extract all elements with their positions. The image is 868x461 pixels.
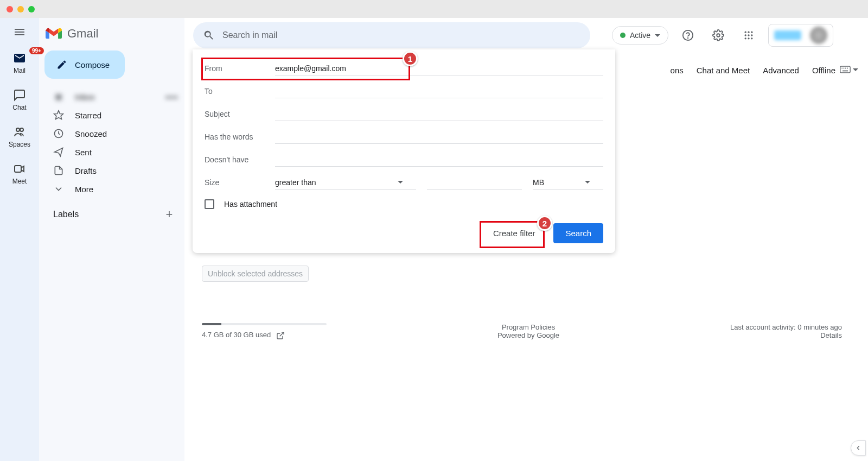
size-unit-select[interactable]: MB bbox=[533, 176, 603, 190]
compose-button[interactable]: Compose bbox=[44, 50, 125, 79]
chevron-down-icon bbox=[53, 184, 64, 194]
footer: 4.7 GB of 30 GB used Program Policies Po… bbox=[193, 314, 859, 340]
keyboard-icon bbox=[840, 66, 851, 73]
chevron-down-icon bbox=[585, 181, 590, 184]
svg-line-23 bbox=[279, 332, 283, 336]
chevron-down-icon bbox=[853, 68, 858, 71]
doesnt-have-input[interactable] bbox=[275, 153, 603, 167]
sidebar-item-sent[interactable]: Sent bbox=[39, 143, 184, 161]
fullscreen-window-dot[interactable] bbox=[28, 6, 35, 12]
storage-text: 4.7 GB of 30 GB used bbox=[202, 331, 271, 339]
svg-point-7 bbox=[717, 34, 720, 37]
to-input[interactable] bbox=[275, 85, 603, 98]
add-label-button[interactable]: + bbox=[164, 209, 175, 220]
main-menu-button[interactable] bbox=[13, 26, 26, 39]
svg-rect-2 bbox=[15, 166, 21, 172]
star-icon bbox=[53, 110, 64, 121]
svg-point-0 bbox=[16, 128, 20, 131]
last-activity: Last account activity: 0 minutes ago bbox=[730, 323, 842, 331]
filter-subject-row: Subject bbox=[205, 103, 603, 125]
svg-point-6 bbox=[688, 38, 688, 39]
size-value-input[interactable] bbox=[427, 176, 522, 190]
rail-meet[interactable]: Meet bbox=[12, 162, 27, 185]
help-button[interactable] bbox=[677, 24, 699, 46]
svg-point-16 bbox=[751, 37, 752, 39]
has-words-input[interactable] bbox=[275, 130, 603, 144]
has-attachment-row[interactable]: Has attachment bbox=[205, 199, 603, 209]
settings-button[interactable] bbox=[707, 24, 729, 46]
unblock-addresses-button[interactable]: Unblock selected addresses bbox=[202, 266, 309, 282]
side-panel-toggle[interactable] bbox=[851, 440, 866, 456]
rail-spaces[interactable]: Spaces bbox=[9, 125, 30, 148]
chevron-left-icon bbox=[854, 444, 862, 452]
inbox-icon: ▣ bbox=[53, 91, 64, 102]
topbar: Active bbox=[184, 18, 868, 53]
filter-has-words-row: Has the words bbox=[205, 125, 603, 148]
has-attachment-checkbox[interactable] bbox=[205, 199, 214, 209]
rail-chat-label: Chat bbox=[12, 104, 26, 111]
search-input[interactable] bbox=[222, 30, 580, 40]
minimize-window-dot[interactable] bbox=[17, 6, 24, 12]
tab-advanced[interactable]: Advanced bbox=[763, 66, 799, 75]
from-input[interactable] bbox=[275, 62, 603, 75]
size-unit-value: MB bbox=[533, 178, 544, 187]
app-name: Gmail bbox=[67, 27, 98, 41]
pencil-icon bbox=[56, 59, 67, 70]
rail-spaces-label: Spaces bbox=[9, 141, 30, 148]
tab-offline[interactable]: Offline bbox=[812, 66, 835, 75]
search-bar[interactable] bbox=[193, 22, 590, 48]
filter-size-row: Size greater than MB bbox=[205, 171, 603, 194]
mail-icon bbox=[13, 52, 26, 65]
sidebar-item-snoozed[interactable]: Snoozed bbox=[39, 124, 184, 143]
rail-meet-label: Meet bbox=[12, 178, 27, 185]
sidebar-item-drafts[interactable]: Drafts bbox=[39, 161, 184, 180]
program-policies-link[interactable]: Program Policies bbox=[502, 323, 555, 331]
mail-unread-badge: 99+ bbox=[29, 47, 44, 54]
clock-icon bbox=[53, 128, 64, 139]
size-operator-select[interactable]: greater than bbox=[275, 176, 416, 190]
storage-info: 4.7 GB of 30 GB used bbox=[202, 323, 327, 340]
svg-rect-19 bbox=[844, 68, 845, 69]
details-link[interactable]: Details bbox=[820, 331, 842, 339]
svg-point-12 bbox=[748, 34, 749, 36]
to-label: To bbox=[205, 87, 275, 96]
help-icon bbox=[682, 29, 694, 41]
sidebar-item-inbox[interactable]: ▣ Inbox ●●● bbox=[39, 87, 184, 106]
sidebar: Gmail Compose ▣ Inbox ●●● Starred Snooze… bbox=[39, 18, 184, 461]
tab-chat-and-meet[interactable]: Chat and Meet bbox=[697, 66, 750, 75]
spaces-icon bbox=[13, 125, 26, 138]
search-button[interactable]: Search bbox=[553, 223, 603, 243]
create-filter-button[interactable]: Create filter bbox=[486, 223, 543, 243]
tab-addons[interactable]: ons bbox=[671, 66, 684, 75]
powered-by: Powered by Google bbox=[497, 331, 559, 339]
size-label: Size bbox=[205, 178, 264, 187]
open-in-new-icon[interactable] bbox=[276, 331, 285, 340]
status-button[interactable]: Active bbox=[612, 26, 668, 45]
svg-point-11 bbox=[745, 34, 746, 36]
subject-input[interactable] bbox=[275, 108, 603, 121]
search-icon bbox=[203, 29, 215, 41]
gear-icon bbox=[712, 29, 724, 41]
account-switcher[interactable] bbox=[768, 24, 833, 47]
rail-mail[interactable]: 99+ Mail bbox=[13, 52, 26, 74]
footer-center: Program Policies Powered by Google bbox=[497, 323, 559, 339]
filter-doesnt-have-row: Doesn't have bbox=[205, 148, 603, 171]
gmail-logo[interactable]: Gmail bbox=[39, 23, 184, 50]
sidebar-inbox-label: Inbox bbox=[75, 92, 95, 102]
sidebar-item-more[interactable]: More bbox=[39, 180, 184, 198]
meet-icon bbox=[13, 162, 26, 175]
sidebar-drafts-label: Drafts bbox=[75, 166, 97, 175]
input-tools-button[interactable] bbox=[840, 66, 858, 73]
annotation-badge-1: 1 bbox=[403, 51, 418, 66]
svg-rect-21 bbox=[847, 68, 848, 69]
apps-button[interactable] bbox=[738, 24, 760, 46]
rail-chat[interactable]: Chat bbox=[12, 89, 26, 111]
file-icon bbox=[53, 165, 64, 176]
has-attachment-label: Has attachment bbox=[224, 200, 277, 209]
svg-marker-3 bbox=[54, 111, 63, 119]
sidebar-item-starred[interactable]: Starred bbox=[39, 106, 184, 124]
close-window-dot[interactable] bbox=[7, 6, 13, 12]
account-chip bbox=[774, 30, 801, 40]
svg-point-14 bbox=[745, 37, 746, 39]
avatar bbox=[810, 27, 827, 44]
